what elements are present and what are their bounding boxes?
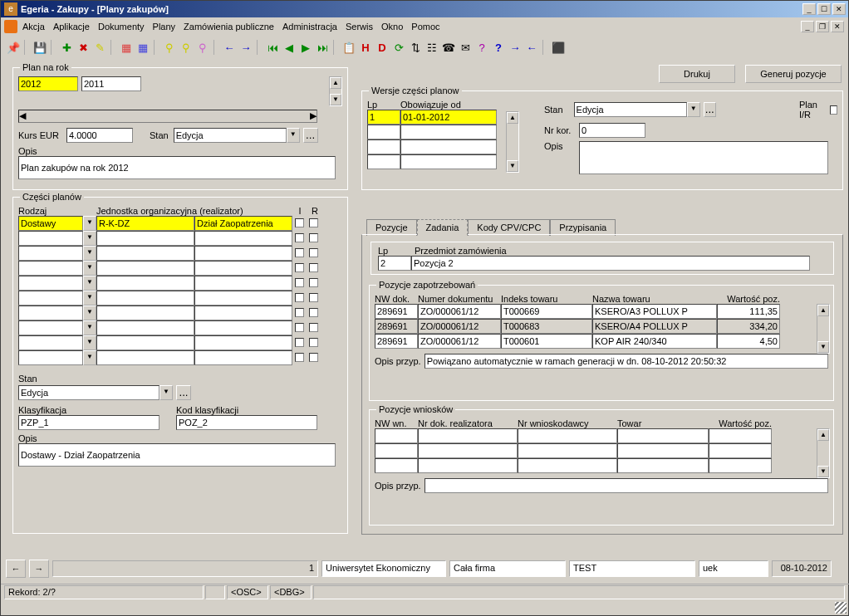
- first-icon[interactable]: ⏮: [265, 40, 280, 55]
- close-button[interactable]: ✕: [832, 3, 846, 15]
- lp-input[interactable]: [378, 256, 411, 271]
- menu-plany[interactable]: Plany: [153, 22, 176, 32]
- version-date-input[interactable]: [400, 110, 497, 125]
- key2-icon[interactable]: ⚲: [179, 40, 194, 55]
- version-scroll-up[interactable]: ▲: [507, 112, 518, 124]
- refresh-icon[interactable]: ⟳: [391, 40, 406, 55]
- ver-stan-combo[interactable]: ▼: [574, 102, 700, 117]
- version-scroll-down[interactable]: ▼: [507, 160, 518, 172]
- row-rodzaj-combo[interactable]: ▼: [18, 320, 96, 335]
- menu-dokumenty[interactable]: Dokumenty: [98, 22, 145, 32]
- row-r-checkbox[interactable]: [309, 218, 318, 227]
- menu-okno[interactable]: Okno: [381, 22, 403, 32]
- key1-icon[interactable]: ⚲: [162, 40, 177, 55]
- D-icon[interactable]: D: [375, 40, 390, 55]
- key3-icon[interactable]: ⚲: [195, 40, 210, 55]
- chevron-down-icon[interactable]: ▼: [83, 335, 96, 350]
- chevron-down-icon[interactable]: ▼: [83, 306, 96, 320]
- row-rodzaj-combo[interactable]: ▼: [18, 246, 96, 261]
- planir-checkbox[interactable]: [830, 105, 838, 115]
- tree-icon[interactable]: ☷: [424, 40, 439, 55]
- year-to-input[interactable]: [81, 76, 141, 91]
- mail-icon[interactable]: ✉: [458, 40, 473, 55]
- clipboard-icon[interactable]: 📋: [341, 40, 356, 55]
- chevron-down-icon[interactable]: ▼: [287, 128, 300, 143]
- menu-zamowienia[interactable]: Zamówienia publiczne: [184, 22, 274, 32]
- klas-input[interactable]: [18, 415, 159, 430]
- sort-icon[interactable]: ⇅: [408, 40, 423, 55]
- chevron-down-icon[interactable]: ▼: [83, 216, 96, 231]
- menu-administracja[interactable]: Administracja: [282, 22, 337, 32]
- resize-gripper[interactable]: [835, 602, 847, 614]
- tab-pozycje[interactable]: Pozycje: [366, 219, 417, 236]
- menu-aplikacje[interactable]: Aplikacje: [53, 22, 90, 32]
- ver-opis-input[interactable]: [579, 141, 828, 174]
- table-row[interactable]: [375, 428, 828, 443]
- plan-stan-combo[interactable]: ▼: [174, 128, 300, 143]
- kurs-input[interactable]: [66, 128, 133, 143]
- row-dept-input[interactable]: [194, 216, 292, 231]
- parts-stan-combo[interactable]: ▼: [18, 385, 173, 400]
- menu-serwis[interactable]: Serwis: [346, 22, 373, 32]
- h-scroll-right[interactable]: ▶: [310, 110, 317, 122]
- help1-icon[interactable]: ?: [474, 40, 489, 55]
- arrow-left-icon[interactable]: ←: [222, 40, 237, 55]
- ver-stan-lookup-button[interactable]: ...: [704, 102, 716, 117]
- table-row[interactable]: [375, 458, 828, 473]
- row-rodzaj-combo[interactable]: ▼: [18, 276, 96, 291]
- chevron-down-icon[interactable]: ▼: [83, 350, 96, 365]
- prev-icon[interactable]: ◀: [282, 40, 297, 55]
- phone-icon[interactable]: ☎: [441, 40, 456, 55]
- chevron-down-icon[interactable]: ▼: [83, 320, 96, 335]
- save-icon[interactable]: 💾: [32, 40, 47, 55]
- row-rodzaj-combo[interactable]: ▼: [18, 261, 96, 276]
- menu-akcja[interactable]: Akcja: [22, 22, 45, 32]
- row-code-input[interactable]: [96, 216, 194, 231]
- chevron-down-icon[interactable]: ▼: [687, 102, 700, 117]
- row-rodzaj-combo[interactable]: ▼: [18, 306, 96, 320]
- przedmiot-input[interactable]: [411, 256, 810, 271]
- generate-button[interactable]: Generuj pozycje: [745, 65, 842, 83]
- plan-opis-input[interactable]: [18, 156, 336, 179]
- grid2-icon[interactable]: ▦: [135, 40, 150, 55]
- parts-opis-input[interactable]: [18, 443, 336, 467]
- maximize-button[interactable]: ☐: [817, 3, 831, 15]
- chevron-down-icon[interactable]: ▼: [83, 261, 96, 276]
- edit-icon[interactable]: ✎: [92, 40, 107, 55]
- version-lp-input[interactable]: [367, 110, 400, 125]
- last-icon[interactable]: ⏭: [315, 40, 330, 55]
- wni-opis-input[interactable]: [424, 478, 828, 493]
- kodklas-input[interactable]: [176, 415, 317, 430]
- chevron-down-icon[interactable]: ▼: [83, 246, 96, 261]
- next-icon[interactable]: ▶: [298, 40, 313, 55]
- zap-scroll-up[interactable]: ▲: [817, 305, 829, 316]
- nav-right-icon[interactable]: →: [508, 40, 523, 55]
- H-icon[interactable]: H: [358, 40, 373, 55]
- row-i-checkbox[interactable]: [295, 218, 304, 227]
- chevron-down-icon[interactable]: ▼: [83, 276, 96, 291]
- nav-left-icon[interactable]: ←: [524, 40, 539, 55]
- chevron-down-icon[interactable]: ▼: [83, 291, 96, 306]
- grid1-icon[interactable]: ▦: [119, 40, 134, 55]
- exit-icon[interactable]: ⬛: [551, 40, 566, 55]
- menu-pomoc[interactable]: Pomoc: [411, 22, 439, 32]
- row-rodzaj-combo[interactable]: ▼: [18, 231, 96, 246]
- table-row[interactable]: [375, 304, 828, 319]
- table-row[interactable]: [375, 443, 828, 458]
- chevron-down-icon[interactable]: ▼: [159, 385, 173, 400]
- row-rodzaj-combo[interactable]: ▼: [18, 291, 96, 306]
- year-scroll-up[interactable]: ▲: [330, 77, 341, 89]
- row-rodzaj-combo[interactable]: ▼: [18, 335, 96, 350]
- add-icon[interactable]: ✚: [59, 40, 74, 55]
- help2-icon[interactable]: ?: [491, 40, 506, 55]
- row-rodzaj-combo[interactable]: ▼: [18, 216, 96, 231]
- status-prev-button[interactable]: ←: [6, 560, 26, 578]
- print-button[interactable]: Drukuj: [659, 65, 735, 83]
- chevron-down-icon[interactable]: ▼: [83, 231, 96, 246]
- table-row[interactable]: [375, 334, 828, 349]
- mdi-restore-button[interactable]: ❐: [816, 21, 829, 32]
- nrkor-input[interactable]: [579, 123, 645, 138]
- tab-kody[interactable]: Kody CPV/CPC: [468, 219, 550, 236]
- zap-opis-input[interactable]: [424, 354, 828, 369]
- table-row[interactable]: [375, 319, 828, 334]
